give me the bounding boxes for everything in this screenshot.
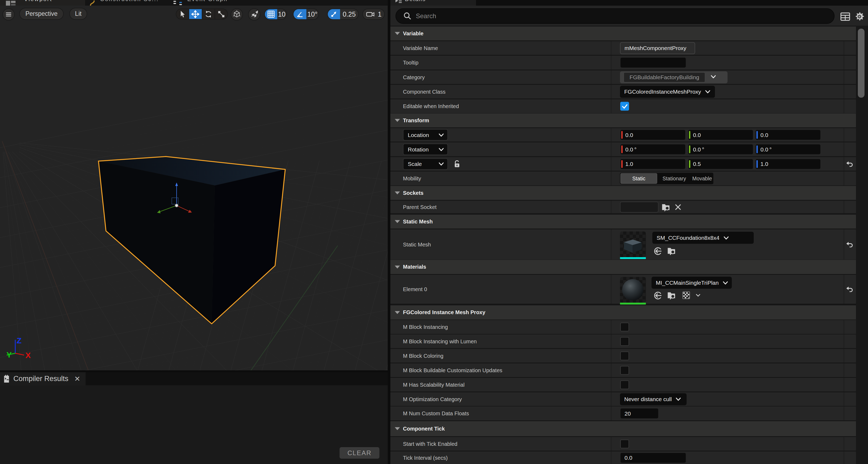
- svg-text:Y: Y: [6, 350, 12, 359]
- svg-text:X: X: [25, 351, 31, 360]
- svg-text:Z: Z: [17, 336, 22, 345]
